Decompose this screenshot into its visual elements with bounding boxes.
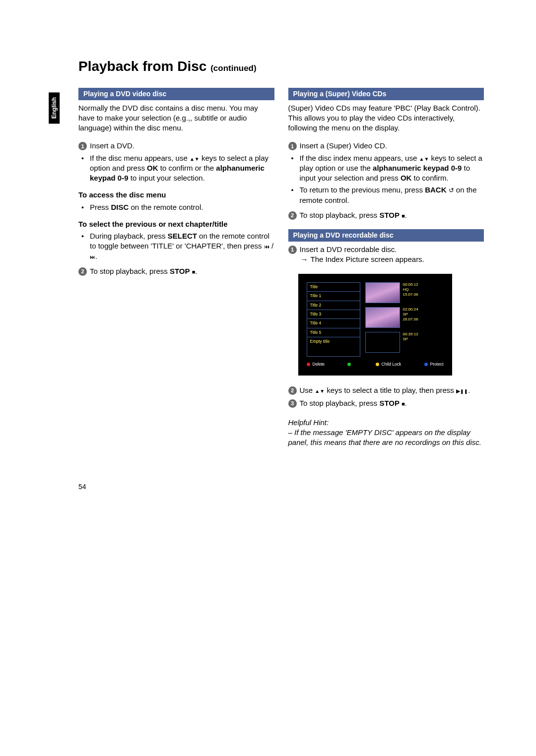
text: To stop playback, press xyxy=(300,399,380,407)
blue-dot-icon xyxy=(424,363,428,366)
footer-childlock: Child Lock xyxy=(382,362,402,367)
red-dot-icon xyxy=(307,363,310,366)
subhead-access-menu: To access the disc menu xyxy=(78,190,274,200)
section-header-dvd-video: Playing a DVD video disc xyxy=(78,88,274,100)
text: keys to select a title to play, then pre… xyxy=(325,386,456,394)
stop-label: STOP xyxy=(379,211,400,219)
title-row: Title 4 xyxy=(307,319,360,328)
ok-label: OK xyxy=(401,174,412,182)
screenshot-footer: Delete Child Lock Protect xyxy=(304,359,447,370)
svcd-intro: (Super) Video CDs may feature 'PBC' (Pla… xyxy=(288,103,484,133)
title-row: Empty title xyxy=(307,337,360,346)
title-header: Title xyxy=(307,283,360,292)
right-column: Playing a (Super) Video CDs (Super) Vide… xyxy=(288,87,484,448)
rec-step-2: 2 Use keys to select a title to play, th… xyxy=(288,385,484,395)
stop-label: STOP xyxy=(379,399,400,407)
svcd-step-1: 1 Insert a (Super) Video CD. xyxy=(288,141,484,151)
down-arrow-icon xyxy=(424,154,429,162)
title-list: Title Title 1 Title 2 Title 3 Title 4 Ti… xyxy=(307,282,360,357)
text: To stop playback, press xyxy=(300,211,380,219)
language-tab: English xyxy=(49,92,60,124)
stop-label: STOP xyxy=(170,267,190,275)
svcd-bullet-back: ● To return to the previous menu, press … xyxy=(288,185,484,205)
text: During playback, press xyxy=(90,232,168,240)
svcd-step-1-body: Insert a (Super) Video CD. xyxy=(300,141,484,151)
text: If the disc index menu appears, use xyxy=(300,154,419,162)
bullet-icon: ● xyxy=(288,185,297,205)
rec-step-3: 3 To stop playback, press STOP . xyxy=(288,398,484,408)
page-number: 54 xyxy=(65,482,484,492)
helpful-hint: Helpful Hint: – If the message 'EMPTY DI… xyxy=(288,418,484,448)
thumb-quality: SP xyxy=(403,337,418,342)
dvd-bullet-select: ● During playback, press SELECT on the r… xyxy=(78,231,274,261)
thumb-info: 00:35:12 SP xyxy=(403,332,418,342)
bullet-icon: ● xyxy=(78,202,87,212)
down-arrow-icon xyxy=(195,154,200,162)
text: on the remote control. xyxy=(129,203,203,211)
disc-label: DISC xyxy=(111,203,129,211)
thumb-info: 02:00:24 SP 28.07.06 xyxy=(403,307,418,322)
step-number-icon: 2 xyxy=(288,386,297,395)
title-row: Title 1 xyxy=(307,292,360,301)
dvd-step-1: 1 Insert a DVD. xyxy=(78,141,274,151)
thumb-quality: HQ xyxy=(403,287,418,292)
thumb-time: 00:35:12 xyxy=(403,332,418,337)
up-arrow-icon xyxy=(315,386,320,394)
ok-label: OK xyxy=(147,164,158,172)
dvd-step-1-body: Insert a DVD. xyxy=(90,141,274,151)
bullet-icon: ● xyxy=(78,231,87,261)
thumbnail-image xyxy=(365,307,400,328)
thumbnail-image xyxy=(365,282,400,303)
text: to input your selection. xyxy=(129,174,205,182)
title-row: Title 3 xyxy=(307,310,360,319)
hint-head: Helpful Hint: xyxy=(288,418,484,428)
step-number-icon: 1 xyxy=(288,142,297,150)
dvd-bullet-disc: ● Press DISC on the remote control. xyxy=(78,202,274,212)
dvd-intro: Normally the DVD disc contains a disc me… xyxy=(78,103,274,133)
section-header-recordable: Playing a DVD recordable disc xyxy=(288,229,484,242)
next-track-icon xyxy=(90,252,95,260)
index-picture-screenshot: Title Title 1 Title 2 Title 3 Title 4 Ti… xyxy=(298,274,452,376)
thumb-info: 00:05:12 HQ 15.07.06 xyxy=(403,282,418,298)
back-icon xyxy=(449,186,454,194)
bullet-icon: ● xyxy=(78,153,87,184)
text: If the disc menu appears, use xyxy=(90,154,190,162)
page-title: Playback from Disc (continued) xyxy=(65,57,484,76)
thumb-time: 02:00:24 xyxy=(403,307,418,312)
green-dot-icon xyxy=(347,363,351,366)
subhead-prev-next: To select the previous or next chapter/t… xyxy=(78,219,274,229)
select-label: SELECT xyxy=(168,232,197,240)
text: Use xyxy=(300,386,315,394)
play-pause-icon xyxy=(456,386,468,394)
stop-icon xyxy=(192,267,196,275)
step-number-icon: 2 xyxy=(288,211,297,220)
thumb-time: 00:05:12 xyxy=(403,282,418,287)
step-number-icon: 2 xyxy=(78,267,87,276)
step-number-icon: 1 xyxy=(288,246,297,254)
down-arrow-icon xyxy=(320,386,325,394)
stop-icon xyxy=(402,399,405,407)
dvd-step-2: 2 To stop playback, press STOP . xyxy=(78,266,274,276)
step-number-icon: 1 xyxy=(78,142,87,150)
hint-body: – If the message 'EMPTY DISC' appears on… xyxy=(288,428,484,448)
step-number-icon: 3 xyxy=(288,399,297,408)
up-arrow-icon xyxy=(419,154,424,162)
footer-protect: Protect xyxy=(430,362,444,367)
keypad-label: alphanumeric keypad 0-9 xyxy=(373,164,462,172)
left-column: Playing a DVD video disc Normally the DV… xyxy=(78,87,274,448)
footer-delete: Delete xyxy=(313,362,325,367)
result-text: The Index Picture screen appears. xyxy=(300,254,484,264)
thumb-date: 15.07.06 xyxy=(403,292,418,297)
text: to confirm. xyxy=(411,174,448,182)
text: To stop playback, press xyxy=(90,267,170,275)
text: to confirm or the xyxy=(158,164,216,172)
title-row: Title 5 xyxy=(307,328,360,337)
page-title-continued: (continued) xyxy=(210,63,257,73)
thumb-date: 28.07.06 xyxy=(403,317,418,322)
bullet-icon: ● xyxy=(288,153,297,184)
dvd-bullet-menu: ● If the disc menu appears, use keys to … xyxy=(78,153,274,184)
thumb-quality: SP xyxy=(403,312,418,317)
text: Insert a DVD recordable disc. xyxy=(300,245,484,254)
svcd-bullet-index: ● If the disc index menu appears, use ke… xyxy=(288,153,484,184)
yellow-dot-icon xyxy=(376,363,379,366)
